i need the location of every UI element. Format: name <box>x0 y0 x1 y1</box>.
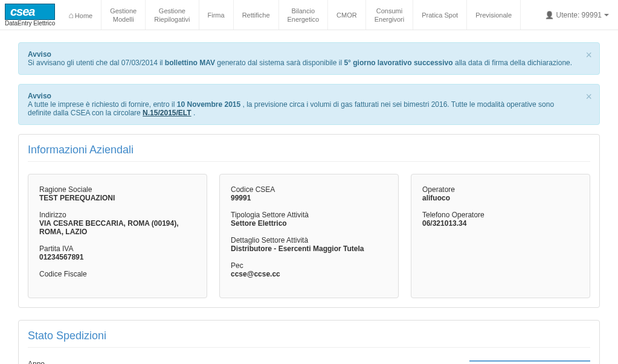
nav-consumi-energivori[interactable]: ConsumiEnergivori <box>366 0 413 30</box>
brand-subtitle: DataEntry Elettrico <box>5 20 55 27</box>
alert-title: Avviso <box>28 92 51 100</box>
nav-gestione-modelli[interactable]: GestioneModelli <box>101 0 145 30</box>
close-icon[interactable]: × <box>585 91 592 103</box>
section-title-spedizioni: Stato Spedizioni <box>28 330 590 348</box>
nav-previsionale[interactable]: Previsionale <box>467 0 520 30</box>
panel-informazioni-aziendali: Informazioni Aziendali Ragione SocialeTE… <box>18 134 600 308</box>
nav-cmor[interactable]: CMOR <box>328 0 365 30</box>
info-card-settore: Codice CSEA99991 Tipologia Settore Attiv… <box>219 174 399 298</box>
nav-pratica-spot[interactable]: Pratica Spot <box>413 0 466 30</box>
caret-down-icon <box>604 14 609 16</box>
alert-previsione: × Avviso A tutte le imprese è richiesto … <box>18 84 600 125</box>
user-menu[interactable]: Utente: 99991 <box>536 0 618 30</box>
nav-gestione-riepilogativi[interactable]: GestioneRiepilogativi <box>146 0 198 30</box>
home-icon: Home <box>68 10 92 21</box>
user-label: Utente: 99991 <box>556 11 602 19</box>
nav-menu: Home GestioneModelli GestioneRiepilogati… <box>60 0 535 30</box>
brand-link[interactable]: csea DataEntry Elettrico <box>0 0 60 30</box>
close-icon[interactable]: × <box>585 49 592 62</box>
nav-rettifiche[interactable]: Rettifiche <box>234 0 278 30</box>
circolare-link[interactable]: N.15/2015/ELT <box>143 109 191 117</box>
nav-bilancio-energetico[interactable]: BilancioEnergetico <box>279 0 328 30</box>
top-navbar: csea DataEntry Elettrico Home GestioneMo… <box>0 0 618 30</box>
info-card-anagrafica: Ragione SocialeTEST PEREQUAZIONI Indiriz… <box>28 174 207 298</box>
accent-line <box>469 360 590 362</box>
nav-home[interactable]: Home <box>60 0 101 30</box>
alert-title: Avviso <box>28 50 51 59</box>
anno-label: Anno <box>28 360 161 364</box>
alert-mav: × Avviso Si avvisano gli utenti che dal … <box>18 42 600 75</box>
section-title-informazioni: Informazioni Aziendali <box>28 144 590 162</box>
nav-firma[interactable]: Firma <box>199 0 233 30</box>
info-card-operatore: Operatorealifuoco Telefono Operatore06/3… <box>411 174 590 298</box>
panel-stato-spedizioni: Stato Spedizioni Anno 2016 Ricerca <box>18 320 600 364</box>
brand-logo: csea <box>5 4 55 20</box>
